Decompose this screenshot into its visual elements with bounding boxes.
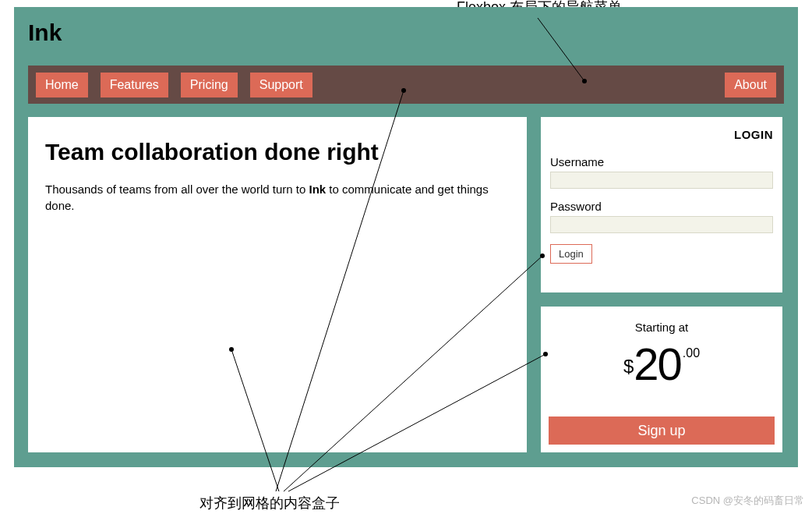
login-title: LOGIN [550, 128, 773, 141]
nav-home[interactable]: Home [36, 73, 88, 97]
price-cents: .00 [683, 346, 700, 360]
hero-lead-pre: Thousands of teams from all over the wor… [45, 183, 309, 196]
nav-pricing[interactable]: Pricing [181, 73, 238, 97]
nav-support[interactable]: Support [250, 73, 312, 97]
nav-bar: Home Features Pricing Support About [28, 66, 784, 104]
pricing-starting: Starting at [541, 321, 782, 334]
username-input[interactable] [550, 172, 773, 189]
annotation-bottom: 对齐到网格的内容盒子 [199, 494, 340, 512]
nav-features[interactable]: Features [101, 73, 168, 97]
hero-title: Team collaboration done right [45, 139, 510, 165]
login-button[interactable]: Login [550, 244, 592, 264]
watermark: CSDN @安冬的码畜日常 [691, 494, 804, 508]
app-logo: Ink [28, 19, 62, 46]
hero-lead-brand: Ink [309, 183, 327, 196]
password-label: Password [550, 200, 773, 213]
password-input[interactable] [550, 216, 773, 233]
price-display: $ 20 .00 [541, 342, 782, 387]
hero-panel: Team collaboration done right Thousands … [28, 117, 527, 452]
nav-about[interactable]: About [725, 73, 776, 97]
price-amount: 20 [634, 342, 681, 387]
username-label: Username [550, 155, 773, 168]
signup-button[interactable]: Sign up [549, 417, 775, 445]
app-frame: Ink Home Features Pricing Support About … [14, 7, 798, 467]
login-panel: LOGIN Username Password Login [541, 117, 782, 292]
hero-lead: Thousands of teams from all over the wor… [45, 181, 510, 214]
pricing-panel: Starting at $ 20 .00 Sign up [541, 307, 782, 452]
price-currency: $ [623, 356, 634, 378]
